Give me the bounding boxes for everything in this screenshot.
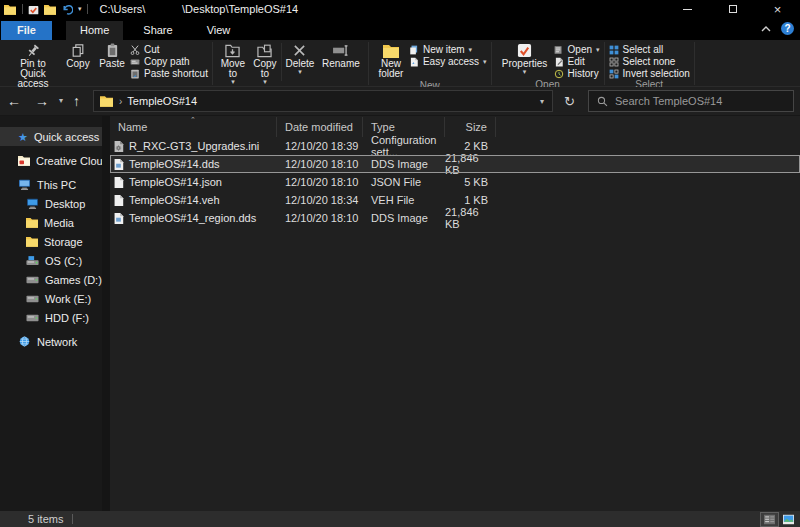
select-all-button[interactable]: Select all [609,44,690,55]
history-button[interactable]: History [554,68,600,79]
column-header-name[interactable]: ⌃ Name [110,117,277,137]
file-row-json[interactable]: TempleOS#14.json 12/10/20 18:10 JSON Fil… [110,173,800,191]
new-item-button[interactable]: New item ▾ [409,44,487,55]
file-name: TempleOS#14.json [129,176,222,188]
new-folder-button[interactable]: New folder [373,42,409,80]
open-icon [554,45,564,55]
tab-view[interactable]: View [193,21,245,40]
sidebar-item-label: OS (C:) [45,255,82,267]
collapse-ribbon-icon[interactable] [761,26,771,32]
star-icon: ★ [18,132,28,142]
help-icon[interactable]: ? [781,22,794,35]
breadcrumb-folder[interactable]: TempleOS#14 [127,95,197,107]
explorer-window: ▾ C:\Users\ \Desktop\TempleOS#14 × File … [0,0,800,527]
sidebar-item-this-pc[interactable]: This PC [0,175,102,194]
separator [22,4,23,14]
select-none-button[interactable]: Select none [609,56,690,67]
paste-button[interactable]: Paste [94,42,130,70]
drive-icon [26,276,39,284]
sidebar-item-games-d[interactable]: Games (D:) [0,270,102,289]
paste-icon [106,43,119,58]
file-size: 5 KB [445,173,496,191]
forward-button[interactable]: → [28,94,56,108]
pin-to-quick-access-button[interactable]: Pin to Quick access [4,42,62,90]
thumbnail-view-button[interactable] [779,512,798,527]
paste-shortcut-label: Paste shortcut [144,68,208,79]
edit-button[interactable]: Edit [554,56,600,67]
customize-qat-caret-icon[interactable]: ▾ [78,5,82,13]
delete-icon [293,43,306,58]
undo-icon[interactable] [61,4,73,15]
delete-button[interactable]: Delete ▾ [282,42,318,76]
sidebar-item-quick-access[interactable]: ★ Quick access [0,127,102,146]
copy-path-button[interactable]: Copy path [130,56,208,67]
sidebar-item-label: HDD (F:) [45,312,89,324]
move-to-button[interactable]: Move to▾ [217,42,249,86]
sidebar-item-media[interactable]: Media [0,213,102,232]
copy-to-icon [257,43,272,58]
easy-access-button[interactable]: Easy access ▾ [409,56,487,67]
address-bar[interactable]: › TempleOS#14 ▾ [93,90,553,112]
minimize-button[interactable] [665,0,710,18]
open-small-buttons: Open ▾ Edit History [554,42,600,79]
copy-icon [71,43,85,58]
cut-button[interactable]: Cut [130,44,208,55]
desktop-icon [26,198,39,209]
properties-button[interactable]: Properties ▾ [496,42,554,76]
pane-divider-scrollbar[interactable] [102,116,110,511]
file-row-dds-selected[interactable]: TempleOS#14.dds 12/10/20 18:10 DDS Image… [110,155,800,173]
sidebar-item-label: Creative Cloud Files [36,155,102,167]
open-button[interactable]: Open ▾ [554,44,600,55]
paste-shortcut-button[interactable]: Paste shortcut [130,68,208,79]
refresh-button[interactable]: ↻ [553,94,586,109]
sidebar-item-network[interactable]: Network [0,332,102,351]
sidebar-item-storage[interactable]: Storage [0,232,102,251]
sort-ascending-icon: ⌃ [190,117,196,123]
column-header-type[interactable]: Type [363,117,445,137]
status-bar: 5 items [0,511,800,527]
folder-icon [26,236,38,247]
copy-button[interactable]: Copy [62,42,94,70]
select-small-buttons: Select all Select none Invert selection [609,42,690,79]
rename-label: Rename [322,59,360,69]
sidebar-item-hdd-f[interactable]: HDD (F:) [0,308,102,327]
history-label: History [568,68,599,79]
sidebar-item-label: Desktop [45,198,85,210]
paste-shortcut-icon [130,69,140,79]
sidebar-item-work-e[interactable]: Work (E:) [0,289,102,308]
back-button[interactable]: ← [0,94,28,108]
drive-icon [26,314,39,322]
search-box[interactable] [588,90,794,112]
up-button[interactable]: ↑ [66,94,87,108]
sidebar-item-os-c[interactable]: OS (C:) [0,251,102,270]
recent-locations-caret-icon[interactable]: ▾ [56,97,66,105]
properties-quick-icon[interactable] [28,4,39,15]
new-folder-icon [383,43,399,58]
rename-button[interactable]: Rename [318,42,364,70]
move-to-label: Move to [220,59,246,79]
tab-file[interactable]: File [1,21,52,40]
tab-share[interactable]: Share [129,21,186,40]
new-folder-quick-icon[interactable] [44,4,56,15]
search-input[interactable] [615,95,793,107]
tab-home[interactable]: Home [66,21,123,40]
computer-icon [18,179,31,190]
column-header-date-modified[interactable]: Date modified [277,117,363,137]
invert-selection-button[interactable]: Invert selection [609,68,690,79]
column-header-size[interactable]: Size [445,117,496,137]
copy-label: Copy [66,59,89,69]
cut-icon [130,45,140,55]
maximize-button[interactable] [710,0,755,18]
sidebar-item-desktop[interactable]: Desktop [0,194,102,213]
cut-label: Cut [144,44,160,55]
dropdown-caret-icon: ▾ [298,69,302,75]
file-row-region-dds[interactable]: TempleOS#14_region.dds 12/10/20 18:10 DD… [110,209,800,227]
copy-to-button[interactable]: Copy to▾ [249,42,281,86]
sidebar-item-creative-cloud-files[interactable]: Creative Cloud Files [0,151,102,170]
dds-image-file-icon [113,212,124,225]
address-dropdown-caret-icon[interactable]: ▾ [532,97,552,106]
clipboard-small-buttons: Cut Copy path Paste shortcut [130,42,208,79]
file-list-pane[interactable]: ⌃ Name Date modified Type Size R_RXC-GT3… [110,116,800,511]
close-button[interactable]: × [755,0,800,18]
details-view-button[interactable] [760,512,779,527]
